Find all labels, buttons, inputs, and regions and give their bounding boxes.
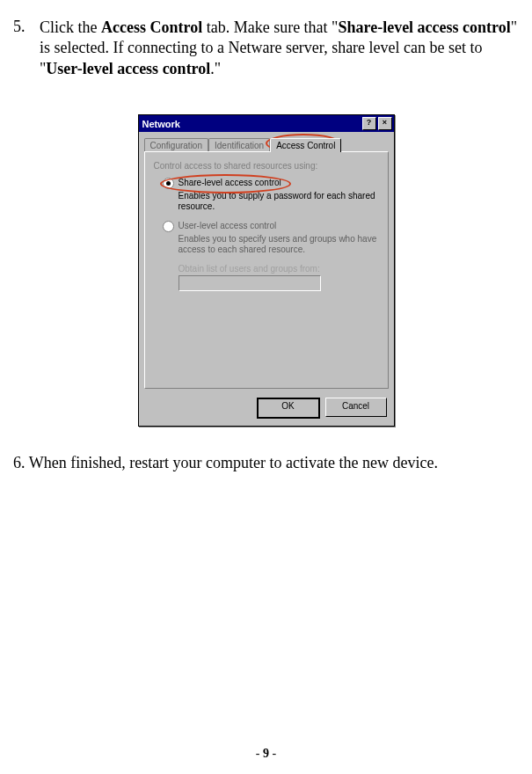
tab-access-control-wrap: Access Control (270, 137, 341, 151)
t: Click the (40, 18, 101, 36)
network-dialog: Network ? × Configuration Identification… (138, 114, 395, 427)
radio-label: Share-level access control (179, 178, 281, 187)
step-5: 5. Click the Access Control tab. Make su… (13, 18, 519, 79)
users-source-input (179, 275, 321, 291)
radio-desc: Enables you to supply a password for eac… (179, 191, 379, 212)
radio-share-level[interactable]: Share-level access control (163, 178, 379, 189)
dialog-screenshot: Network ? × Configuration Identification… (13, 114, 519, 427)
help-button[interactable]: ? (362, 117, 376, 130)
tab-identification[interactable]: Identification (208, 138, 270, 152)
close-button[interactable]: × (378, 117, 392, 130)
t: User-level access control (46, 60, 210, 77)
dialog-title: Network (142, 119, 361, 129)
cancel-button[interactable]: Cancel (325, 398, 387, 417)
step-number: 5. (13, 18, 40, 79)
radio-label: User-level access control (179, 221, 277, 230)
step-6: 6. When finished, restart your computer … (13, 453, 519, 473)
t: Access Control (101, 18, 202, 36)
tab-panel: Control access to shared resources using… (144, 151, 389, 389)
ok-button[interactable]: OK (257, 398, 320, 419)
group-label: Control access to shared resources using… (154, 161, 379, 171)
t: Share-level access control (338, 18, 510, 36)
radio-icon (163, 221, 174, 232)
radio-icon (163, 178, 174, 189)
page-number-value: 9 (263, 747, 269, 760)
titlebar: Network ? × (139, 115, 394, 132)
radio-user-level[interactable]: User-level access control (163, 221, 379, 232)
step-text: Click the Access Control tab. Make sure … (40, 18, 519, 79)
dialog-buttons: OK Cancel (139, 394, 394, 426)
t: tab. Make sure that " (202, 18, 338, 36)
page-number: - 9 - (0, 747, 532, 761)
tab-access-control[interactable]: Access Control (270, 138, 341, 152)
tab-configuration[interactable]: Configuration (144, 138, 208, 152)
t: ." (210, 60, 221, 77)
obtain-label: Obtain list of users and groups from: (179, 264, 379, 274)
tab-strip: Configuration Identification Access Cont… (139, 132, 394, 151)
radio-desc: Enables you to specify users and groups … (179, 234, 379, 255)
